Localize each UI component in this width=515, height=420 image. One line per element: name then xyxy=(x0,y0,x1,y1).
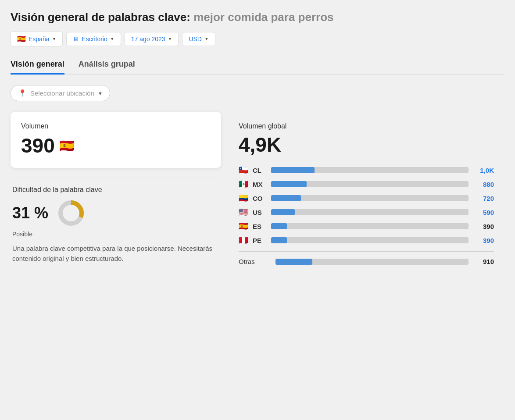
country-row-mx: 🇲🇽 MX 880 xyxy=(239,179,494,189)
pin-icon: 📍 xyxy=(18,89,27,97)
kd-donut-chart xyxy=(57,199,85,227)
kd-status: Posible xyxy=(12,231,219,238)
chevron-down-icon: ▼ xyxy=(52,36,56,41)
bar-bg-mx xyxy=(271,181,469,187)
chevron-down-icon: ▼ xyxy=(204,36,209,41)
bar-fill-es xyxy=(271,223,287,229)
country-code-es: ES xyxy=(253,223,267,230)
global-volume-value: 4,9K xyxy=(239,133,494,157)
chevron-down-icon: ▼ xyxy=(168,36,172,41)
country-row-pe: 🇵🇪 PE 390 xyxy=(239,235,494,245)
location-selector[interactable]: 📍 Seleccionar ubicación ▼ xyxy=(11,85,110,101)
tab-overview[interactable]: Visión general xyxy=(11,55,64,75)
currency-filter[interactable]: USD ▼ xyxy=(182,32,215,46)
country-value-us: 590 xyxy=(473,209,494,216)
country-label: España xyxy=(29,36,49,43)
chevron-down-icon: ▼ xyxy=(98,91,103,96)
country-list: 🇨🇱 CL 1,0K 🇲🇽 MX 880 🇨🇴 CO xyxy=(239,165,494,245)
peru-flag-icon: 🇵🇪 xyxy=(239,235,248,245)
keyword-text: mejor comida para perros xyxy=(193,11,333,24)
kd-value: 31 % xyxy=(12,204,48,222)
bar-fill-co xyxy=(271,195,301,201)
bar-bg-us xyxy=(271,209,469,215)
country-code-co: CO xyxy=(253,195,267,202)
country-code-us: US xyxy=(253,209,267,216)
filters-row: 🇪🇸 España ▼ 🖥 Escritorio ▼ 17 ago 2023 ▼… xyxy=(11,31,504,46)
location-placeholder: Seleccionar ubicación xyxy=(30,89,94,97)
page-title: Visión general de palabras clave: mejor … xyxy=(11,11,504,24)
kd-label: Dificultad de la palabra clave xyxy=(12,186,219,194)
country-code-cl: CL xyxy=(253,167,267,174)
volume-value: 390 🇪🇸 xyxy=(21,134,211,157)
spain-flag-icon: 🇪🇸 xyxy=(17,35,26,43)
kd-description: Una palabra clave competitiva para la qu… xyxy=(12,244,219,263)
chile-flag-icon: 🇨🇱 xyxy=(239,165,248,175)
bar-fill-pe xyxy=(271,237,287,243)
currency-label: USD xyxy=(189,36,202,43)
volume-label: Volumen xyxy=(21,122,211,130)
country-row-cl: 🇨🇱 CL 1,0K xyxy=(239,165,494,175)
global-volume-label: Volumen global xyxy=(239,122,494,130)
colombia-flag-icon: 🇨🇴 xyxy=(239,193,248,203)
left-card: Volumen 390 🇪🇸 Dificultad de la palabra … xyxy=(11,112,221,276)
country-filter[interactable]: 🇪🇸 España ▼ xyxy=(11,31,63,46)
chevron-down-icon: ▼ xyxy=(110,36,114,41)
country-code-pe: PE xyxy=(253,237,267,244)
mexico-flag-icon: 🇲🇽 xyxy=(239,179,248,189)
title-prefix: Visión general de palabras clave: xyxy=(11,11,190,24)
country-value-pe: 390 xyxy=(473,237,494,244)
country-value-cl: 1,0K xyxy=(473,167,494,174)
bar-bg-cl xyxy=(271,167,469,173)
kd-section: Dificultad de la palabra clave 31 % Posi… xyxy=(11,186,221,263)
bar-bg-other xyxy=(275,259,469,265)
bar-fill-other xyxy=(275,259,312,265)
other-row: Otras 910 xyxy=(239,258,494,265)
country-row-us: 🇺🇸 US 590 xyxy=(239,207,494,217)
bar-bg-es xyxy=(271,223,469,229)
device-filter[interactable]: 🖥 Escritorio ▼ xyxy=(66,32,121,46)
country-value-es: 390 xyxy=(473,223,494,230)
bar-fill-us xyxy=(271,209,295,215)
date-label: 17 ago 2023 xyxy=(131,36,165,43)
volume-flag-icon: 🇪🇸 xyxy=(59,139,75,153)
kd-value-row: 31 % xyxy=(12,199,219,227)
device-label: Escritorio xyxy=(82,36,107,43)
us-flag-icon: 🇺🇸 xyxy=(239,207,248,217)
country-row-co: 🇨🇴 CO 720 xyxy=(239,193,494,203)
right-card: Volumen global 4,9K 🇨🇱 CL 1,0K 🇲🇽 MX 880 xyxy=(228,112,504,276)
country-value-mx: 880 xyxy=(473,181,494,188)
cards-row: Volumen 390 🇪🇸 Dificultad de la palabra … xyxy=(11,112,504,276)
volume-card: Volumen 390 🇪🇸 xyxy=(11,112,221,168)
divider xyxy=(11,177,221,177)
svg-point-2 xyxy=(65,207,77,219)
desktop-icon: 🖥 xyxy=(73,36,79,43)
bar-fill-mx xyxy=(271,181,307,187)
country-code-mx: MX xyxy=(253,181,267,188)
tab-group[interactable]: Análisis grupal xyxy=(79,55,135,75)
bar-bg-pe xyxy=(271,237,469,243)
country-value-co: 720 xyxy=(473,195,494,202)
spain-flag-icon: 🇪🇸 xyxy=(239,221,248,231)
date-filter[interactable]: 17 ago 2023 ▼ xyxy=(125,32,179,46)
divider-thin xyxy=(239,251,494,252)
bar-fill-cl xyxy=(271,167,315,173)
tabs-row: Visión general Análisis grupal xyxy=(11,55,504,75)
bar-bg-co xyxy=(271,195,469,201)
country-row-es: 🇪🇸 ES 390 xyxy=(239,221,494,231)
other-value: 910 xyxy=(473,258,494,265)
other-label: Otras xyxy=(239,258,271,265)
volume-number: 390 xyxy=(21,134,55,157)
